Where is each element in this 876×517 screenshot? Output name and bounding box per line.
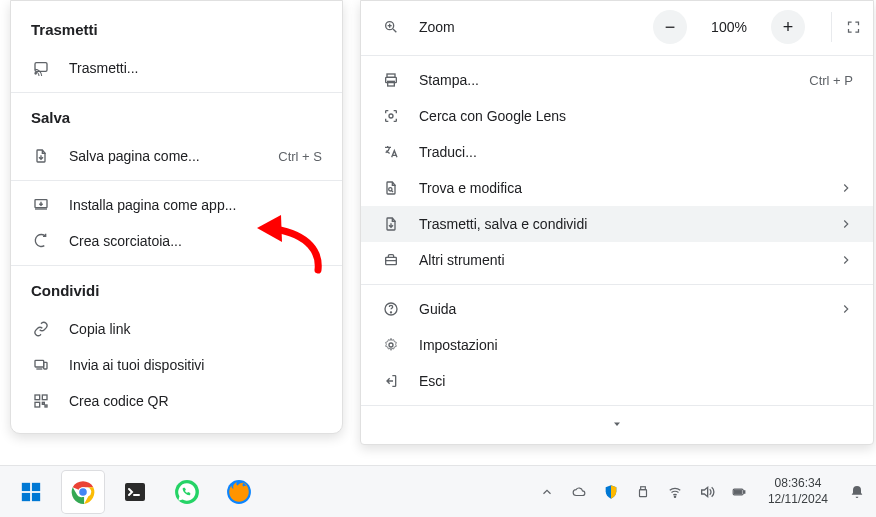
system-tray: 08:36:34 12/11/2024 (538, 476, 866, 507)
shortcut-icon (31, 231, 51, 251)
svg-rect-24 (35, 402, 40, 407)
fullscreen-button[interactable] (831, 12, 861, 42)
chevron-right-icon (839, 253, 853, 267)
tray-notifications-icon[interactable] (848, 483, 866, 501)
svg-marker-14 (614, 423, 620, 427)
menu-item-copy-link[interactable]: Copia link (11, 311, 342, 347)
svg-rect-43 (734, 490, 741, 494)
chevron-right-icon (839, 181, 853, 195)
cast-icon (31, 58, 51, 78)
zoom-value: 100% (705, 19, 753, 35)
svg-point-34 (79, 488, 87, 496)
tray-wifi-icon[interactable] (666, 485, 684, 499)
svg-rect-29 (32, 482, 40, 490)
menu-item-lens[interactable]: Cerca con Google Lens (361, 98, 873, 134)
svg-rect-35 (125, 483, 145, 501)
menu-item-label: Esci (419, 373, 853, 389)
menu-item-save-page[interactable]: Salva pagina come... Ctrl + S (11, 138, 342, 174)
taskbar-app-whatsapp[interactable] (166, 471, 208, 513)
devices-icon (31, 355, 51, 375)
save-share-icon (381, 214, 401, 234)
svg-point-7 (389, 114, 393, 118)
divider (11, 92, 342, 93)
expand-toggle[interactable] (361, 412, 873, 432)
zoom-in-button[interactable]: + (771, 10, 805, 44)
printer-icon (381, 70, 401, 90)
menu-item-label: Cerca con Google Lens (419, 108, 853, 124)
svg-line-1 (393, 29, 396, 32)
menu-item-label: Stampa... (419, 72, 791, 88)
chrome-main-menu: Zoom − 100% + Stampa... Ctrl + P Cerca c… (360, 0, 874, 445)
document-search-icon (381, 178, 401, 198)
divider (11, 265, 342, 266)
menu-item-translate[interactable]: Traduci... (361, 134, 873, 170)
tray-volume-icon[interactable] (698, 484, 716, 500)
tray-battery-icon[interactable] (730, 485, 748, 499)
menu-item-help[interactable]: Guida (361, 291, 873, 327)
menu-item-label: Installa pagina come app... (69, 197, 322, 213)
menu-item-install-app[interactable]: Installa pagina come app... (11, 187, 342, 223)
svg-rect-19 (35, 360, 44, 367)
menu-item-label: Traduci... (419, 144, 853, 160)
chevron-right-icon (839, 217, 853, 231)
svg-rect-25 (42, 402, 44, 404)
link-icon (31, 319, 51, 339)
zoom-out-button[interactable]: − (653, 10, 687, 44)
divider (361, 405, 873, 406)
menu-item-more-tools[interactable]: Altri strumenti (361, 242, 873, 278)
menu-item-create-shortcut[interactable]: Crea scorciatoia... (11, 223, 342, 259)
menu-item-send-devices[interactable]: Invia ai tuoi dispositivi (11, 347, 342, 383)
taskbar-app-start[interactable] (10, 471, 52, 513)
svg-rect-23 (42, 395, 47, 400)
menu-item-print[interactable]: Stampa... Ctrl + P (361, 62, 873, 98)
svg-rect-28 (22, 482, 30, 490)
taskbar-app-firefox[interactable] (218, 471, 260, 513)
tray-chevron-icon[interactable] (538, 485, 556, 499)
svg-point-13 (389, 343, 393, 347)
divider (361, 284, 873, 285)
menu-item-exit[interactable]: Esci (361, 363, 873, 399)
menu-item-find-edit[interactable]: Trova e modifica (361, 170, 873, 206)
svg-point-16 (35, 73, 36, 74)
svg-point-12 (390, 312, 391, 313)
tray-cloud-icon[interactable] (570, 485, 588, 499)
taskbar-app-chrome[interactable] (62, 471, 104, 513)
tray-time: 08:36:34 (768, 476, 828, 492)
svg-rect-30 (22, 492, 30, 500)
gear-icon (381, 335, 401, 355)
svg-rect-22 (35, 395, 40, 400)
menu-item-label: Impostazioni (419, 337, 853, 353)
svg-rect-42 (744, 490, 745, 492)
qr-icon (31, 391, 51, 411)
translate-icon (381, 142, 401, 162)
tray-security-icon[interactable] (602, 483, 620, 501)
menu-item-settings[interactable]: Impostazioni (361, 327, 873, 363)
exit-icon (381, 371, 401, 391)
install-app-icon (31, 195, 51, 215)
menu-item-label: Crea codice QR (69, 393, 322, 409)
zoom-row: Zoom − 100% + (361, 5, 873, 49)
lens-icon (381, 106, 401, 126)
shortcut: Ctrl + P (809, 73, 853, 88)
svg-rect-21 (44, 362, 47, 369)
svg-rect-26 (45, 405, 47, 407)
menu-item-cast[interactable]: Trasmetti... (11, 50, 342, 86)
zoom-icon (381, 19, 401, 35)
tray-usb-icon[interactable] (634, 483, 652, 501)
chevron-right-icon (839, 302, 853, 316)
menu-item-cast-save-share[interactable]: Trasmetti, salva e condividi (361, 206, 873, 242)
svg-rect-31 (32, 492, 40, 500)
section-title-trasmetti: Trasmetti (11, 11, 342, 50)
svg-point-8 (389, 188, 392, 191)
taskbar-app-terminal[interactable] (114, 471, 156, 513)
section-title-condividi: Condividi (11, 272, 342, 311)
divider (361, 55, 873, 56)
menu-item-qr-code[interactable]: Crea codice QR (11, 383, 342, 419)
menu-item-label: Guida (419, 301, 821, 317)
svg-point-40 (674, 495, 675, 496)
section-title-salva: Salva (11, 99, 342, 138)
tray-datetime[interactable]: 08:36:34 12/11/2024 (762, 476, 834, 507)
save-page-icon (31, 146, 51, 166)
shortcut: Ctrl + S (278, 149, 322, 164)
menu-item-label: Trasmetti... (69, 60, 322, 76)
